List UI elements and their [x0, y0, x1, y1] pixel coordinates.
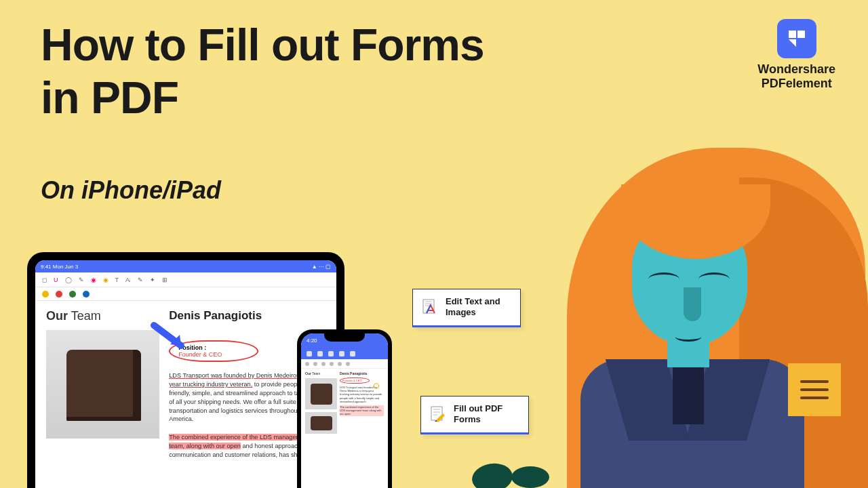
ipad-toolbar-primary: ◻U◯✎ ◉◉ TAᵢ✎✦⊞	[35, 272, 336, 287]
iphone-screen: 4:20 Our Team Denis Panagiotis Founder &…	[301, 333, 388, 488]
ipad-heading-our-team: Our Team	[46, 309, 159, 323]
person-name: Denis Panagiotis	[169, 309, 326, 323]
iphone-document: Our Team Denis Panagiotis Founder & CEO …	[301, 369, 388, 436]
brand-line2: PDFelement	[757, 77, 835, 91]
ipad-time: 9:41 Mon Jun 3	[41, 264, 78, 270]
chair-image-small-2	[305, 412, 337, 434]
leaf-shape	[470, 461, 514, 488]
subtitle: On iPhone/iPad	[41, 176, 221, 205]
lightbulb-icon-small	[370, 380, 382, 392]
card-edit-text-label: Edit Text and Images	[446, 296, 500, 319]
brand-line1: Wondershare	[757, 62, 835, 77]
card-edit-text: Edit Text and Images	[412, 289, 521, 327]
fill-forms-icon	[429, 405, 447, 423]
hamburger-menu-icon	[788, 363, 841, 416]
ipad-statusbar: 9:41 Mon Jun 3 ▲ ⋯ ▢	[35, 260, 336, 272]
pdfelement-logo-icon	[777, 19, 816, 58]
chair-image	[46, 330, 159, 439]
ipad-status-icons: ▲ ⋯ ▢	[312, 264, 331, 270]
iphone-toolbar	[301, 348, 388, 359]
person-illustration	[515, 142, 868, 488]
headline-line1: How to Fill out Forms	[41, 19, 484, 72]
ipad-screen: 9:41 Mon Jun 3 ▲ ⋯ ▢ ◻U◯✎ ◉◉ TAᵢ✎✦⊞ Our …	[35, 260, 336, 488]
edit-text-icon	[421, 298, 439, 316]
svg-point-1	[374, 384, 378, 388]
leaf-shape	[511, 466, 549, 488]
iphone-notch	[324, 333, 365, 342]
card-fill-forms-label: Fill out PDF Forms	[454, 403, 502, 426]
brand-block: Wondershare PDFelement	[757, 19, 835, 91]
arrow-icon	[149, 321, 192, 355]
ipad-toolbar-secondary	[35, 287, 336, 301]
iphone-mockup: 4:20 Our Team Denis Panagiotis Founder &…	[297, 329, 392, 488]
card-fill-forms: Fill out PDF Forms	[420, 396, 529, 434]
headline-line2: in PDF	[41, 72, 484, 125]
chair-image-small	[305, 378, 337, 409]
headline: How to Fill out Forms in PDF	[41, 19, 484, 125]
ipad-document: Our Team Denis Panagiotis Position : Fou…	[35, 301, 336, 488]
iphone-toolbar2	[301, 359, 388, 369]
iphone-position: Founder & CEO	[340, 378, 370, 384]
